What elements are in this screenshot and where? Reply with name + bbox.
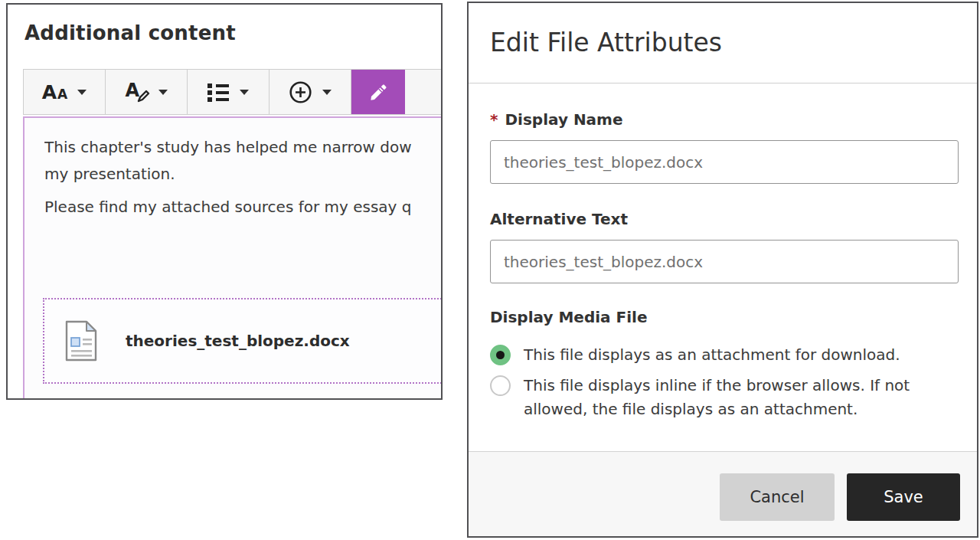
rich-text-editor-area[interactable]: This chapter's study has helped me narro… xyxy=(23,116,441,398)
text-style-button[interactable]: AA xyxy=(24,70,106,114)
display-name-label: *Display Name xyxy=(490,110,623,129)
alternative-text-input[interactable] xyxy=(490,240,959,283)
display-media-radio-group: This file displays as an attachment for … xyxy=(490,343,959,428)
dialog-title: Edit File Attributes xyxy=(490,28,722,57)
document-file-icon xyxy=(64,319,98,362)
chevron-down-icon xyxy=(240,90,249,95)
bullet-list-icon xyxy=(207,83,230,102)
footer-buttons: Cancel Save xyxy=(720,473,960,521)
save-button[interactable]: Save xyxy=(847,473,960,521)
radio-option-attachment[interactable]: This file displays as an attachment for … xyxy=(490,343,959,367)
radio-option-inline[interactable]: This file displays inline if the browser… xyxy=(490,374,959,421)
chevron-down-icon xyxy=(158,90,168,95)
required-asterisk: * xyxy=(490,110,498,129)
edit-mode-button[interactable] xyxy=(351,70,405,114)
A-pen-icon: A xyxy=(126,80,149,103)
chevron-down-icon xyxy=(322,90,332,95)
header-divider xyxy=(469,83,977,83)
cancel-button[interactable]: Cancel xyxy=(720,473,835,521)
additional-content-panel: Additional content AA A xyxy=(6,3,443,400)
chevron-down-icon xyxy=(77,90,87,95)
attachment-filename: theories_test_blopez.docx xyxy=(126,332,350,350)
radio-option-label: This file displays as an attachment for … xyxy=(524,343,900,367)
display-name-input[interactable] xyxy=(490,140,959,184)
list-options-button[interactable] xyxy=(188,70,270,114)
editor-paragraph-line: my presentation. xyxy=(44,161,441,188)
panel-title: Additional content xyxy=(24,21,236,44)
radio-option-label: This file displays inline if the browser… xyxy=(524,374,956,421)
radio-unselected-icon[interactable] xyxy=(490,375,511,396)
radio-selected-icon[interactable] xyxy=(490,345,511,365)
file-attachment-block[interactable]: theories_test_blopez.docx xyxy=(43,298,443,384)
editor-paragraph-line: Please find my attached sources for my e… xyxy=(44,194,441,221)
dialog-footer: Cancel Save xyxy=(469,452,977,536)
editor-paragraph-line: This chapter's study has helped me narro… xyxy=(44,134,441,161)
insert-content-button[interactable] xyxy=(270,70,351,114)
text-color-button[interactable]: A xyxy=(106,70,188,114)
Aa-icon: AA xyxy=(42,83,68,102)
editor-toolbar: AA A xyxy=(23,69,441,115)
pencil-icon xyxy=(368,82,389,103)
editor-text: This chapter's study has helped me narro… xyxy=(24,118,441,221)
edit-file-attributes-dialog: Edit File Attributes *Display Name Alter… xyxy=(467,2,978,538)
alternative-text-label: Alternative Text xyxy=(490,210,628,228)
display-media-file-label: Display Media File xyxy=(490,308,647,326)
toolbar-spacer xyxy=(405,70,441,114)
plus-circle-icon xyxy=(289,80,312,104)
